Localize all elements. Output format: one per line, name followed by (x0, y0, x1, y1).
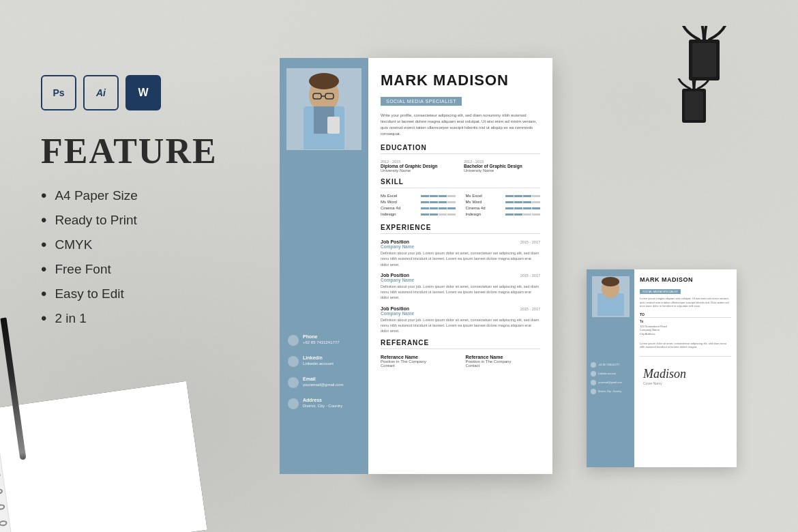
skill-bar (532, 207, 540, 209)
ref-col-2: Referance Name Position in The Company C… (466, 355, 541, 368)
cv-sidebar: Phone +62 85 7431241777 Linkedin Linkedi… (280, 58, 368, 474)
cv-photo (286, 68, 361, 150)
feature-item-1: A4 Paper Size (41, 188, 232, 204)
cv-contact-email: Email youremail@gmail.com (288, 376, 360, 388)
cv-small-address: 123 Somewhere RoadCompany NameCity Addre… (640, 325, 731, 336)
skill-bar (421, 207, 429, 209)
cv-skills-row: Ms Excel Ms Word (381, 194, 540, 218)
skill-bars (421, 207, 456, 209)
cv-small-name: MARK MADISON (640, 276, 731, 283)
skill-bar (523, 207, 531, 209)
cv-referance-title: REFERANCE (381, 339, 540, 349)
photoshop-icon: Ps (41, 75, 76, 110)
skill-bar (505, 195, 514, 197)
skill-bar (430, 195, 438, 197)
cv-small-signature-sub: Cover Namy (640, 381, 731, 385)
exp-item-2: Job Position 2015 - 2017 Company Name De… (381, 273, 540, 301)
feature-item-5: Easy to Edit (41, 286, 232, 302)
cv-small-signature: Madison (640, 367, 731, 381)
skill-bar (447, 195, 456, 197)
skill-item: Cinema 4d (381, 206, 456, 210)
skill-bar (447, 207, 456, 209)
feature-item-2: Ready to Print (41, 212, 232, 228)
address-icon (288, 398, 299, 409)
cv-small-contact-item: +62 85 7431241777 (591, 362, 630, 368)
cv-small-contact-item: Linkedin.account (591, 371, 630, 376)
cv-small-sidebar: +62 85 7431241777 Linkedin.account youre… (587, 269, 634, 467)
cv-references-row: Referance Name Position in The Company C… (381, 355, 540, 368)
exp-header: Job Position 2015 - 2017 (381, 273, 540, 278)
cv-small: +62 85 7431241777 Linkedin.account youre… (587, 269, 737, 467)
cv-title-badge: SOCIAL MEDIA SPECIALIST (381, 97, 462, 106)
feature-title: FEATURE (41, 131, 232, 171)
small-contact-icon (591, 371, 596, 376)
linkedin-icon (288, 356, 299, 367)
skill-bar (439, 207, 447, 209)
page: Ps Ai W FEATURE A4 Paper Size Ready to P… (0, 0, 798, 532)
skill-bar (505, 213, 514, 216)
cv-education-title: EDUCATION (381, 144, 540, 154)
skill-bars (421, 195, 456, 197)
skill-bar (505, 207, 514, 209)
skill-bar (447, 213, 456, 216)
cv-skills-right: Ms Excel Ms Word (466, 194, 541, 218)
skill-bar (421, 195, 429, 197)
skill-item: Ms Excel (466, 194, 541, 198)
ref-col-1: Referance Name Position in The Company C… (381, 355, 456, 368)
skill-bar (439, 195, 447, 197)
skill-item: Ms Word (466, 200, 541, 204)
cv-edu-col-2: 2012 - 2015 Bachelor of Graphic Design U… (464, 160, 540, 173)
cv-small-text: Lorem ipsum magna aliquam erat volutpat.… (640, 297, 731, 308)
skill-bar (421, 213, 429, 216)
person-avatar (290, 69, 358, 149)
skill-bar (523, 201, 531, 203)
cv-summary: Write your profile, consecteteur adipisc… (381, 113, 540, 137)
feature-item-6: 2 in 1 (41, 310, 232, 327)
cv-small-badge: SOCIAL MEDIA SPECIALIST (640, 289, 681, 294)
cv-small-signature-area: Madison Cover Namy (640, 356, 731, 385)
skill-bar (514, 213, 522, 216)
skill-bar (447, 201, 456, 203)
email-icon (288, 377, 299, 388)
skill-bar (505, 201, 514, 203)
small-contact-icon (591, 362, 596, 368)
small-contact-text: Linkedin.account (598, 372, 616, 375)
cv-name: MARK MADISON (381, 72, 540, 89)
cv-experience-title: EXPERIENCE (381, 224, 540, 234)
skill-item: Indesign (466, 212, 541, 216)
skill-bars (421, 201, 456, 203)
svg-rect-7 (327, 117, 340, 134)
skill-bar (514, 207, 522, 209)
skill-bar (430, 213, 438, 216)
cv-small-section: TO (640, 312, 731, 318)
cv-main-content: MARK MADISON SOCIAL MEDIA SPECIALIST Wri… (368, 58, 552, 474)
phone-icon (288, 335, 299, 346)
svg-point-14 (602, 277, 619, 286)
skill-bar (523, 213, 531, 216)
feature-list: A4 Paper Size Ready to Print CMYK Free F… (41, 188, 232, 327)
cv-sidebar-bottom: Phone +62 85 7431241777 Linkedin Linkedi… (280, 321, 368, 432)
skill-bar (439, 213, 447, 216)
cv-skills-left: Ms Excel Ms Word (381, 194, 456, 218)
exp-item-3: Job Position 2015 - 2017 Company Name De… (381, 306, 540, 334)
cv-small-contact-item: youremail@gmail.com (591, 380, 630, 385)
exp-header: Job Position 2015 - 2017 (381, 239, 540, 244)
cv-small-to: To (640, 320, 731, 323)
skill-bar (514, 201, 522, 203)
cv-small-content: MARK MADISON SOCIAL MEDIA SPECIALIST Lor… (634, 269, 737, 467)
cv-small-contact: +62 85 7431241777 Linkedin.account youre… (587, 358, 634, 398)
small-contact-text: youremail@gmail.com (598, 381, 622, 384)
svg-rect-11 (685, 91, 703, 120)
skill-bar (439, 201, 447, 203)
exp-header: Job Position 2015 - 2017 (381, 306, 540, 311)
skill-bar (514, 195, 522, 197)
small-contact-icon (591, 389, 596, 394)
skill-bar (430, 201, 438, 203)
skill-bars (421, 213, 456, 216)
cv-contact-address: Address District, City - Country (288, 398, 360, 409)
skill-bar (421, 201, 429, 203)
skill-bar (532, 213, 540, 216)
cv-contact-linkedin: Linkedin Linkedin.account (288, 355, 360, 367)
small-contact-text: District, City - Country (598, 390, 621, 393)
skill-bar (430, 207, 438, 209)
